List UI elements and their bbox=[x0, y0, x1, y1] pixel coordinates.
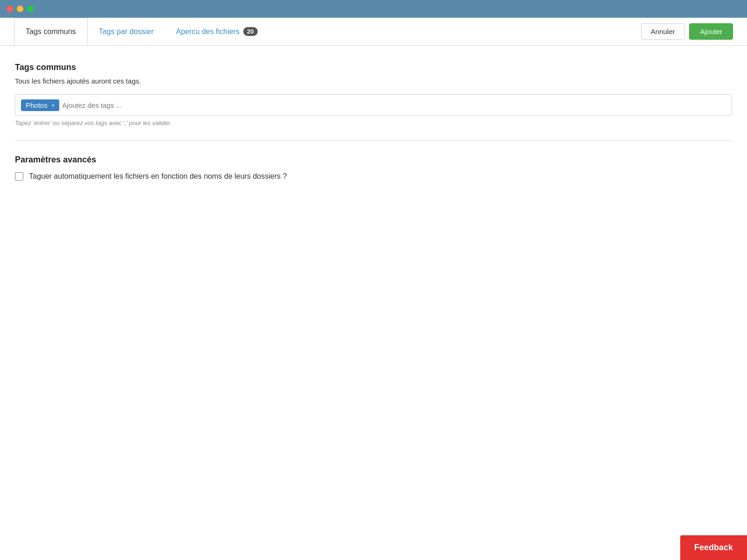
tab-bar: Tags communs Tags par dossier Apercu des… bbox=[0, 18, 747, 46]
checkbox-row: Taguer automatiquement les fichiers en f… bbox=[15, 172, 732, 181]
tag-chip-photos: Photos × bbox=[21, 99, 59, 111]
divider bbox=[15, 140, 732, 141]
tab-tags-par-dossier-label: Tags par dossier bbox=[99, 28, 154, 36]
minimize-button[interactable] bbox=[17, 6, 23, 12]
section-subtitle: Tous les fichiers ajoutés auront ces tag… bbox=[15, 77, 732, 85]
maximize-button[interactable] bbox=[27, 6, 34, 12]
tab-apercu-fichiers-label: Apercu des fichiers bbox=[176, 28, 240, 36]
tag-input-container[interactable]: Photos × bbox=[15, 94, 732, 116]
tab-bar-actions: Annuler Ajouter bbox=[641, 23, 733, 40]
tag-chip-label: Photos bbox=[26, 101, 48, 109]
tab-tags-communs[interactable]: Tags communs bbox=[14, 18, 88, 45]
close-button[interactable] bbox=[7, 6, 13, 12]
tab-apercu-fichiers[interactable]: Apercu des fichiers 20 bbox=[165, 18, 269, 45]
tag-hint: Tapez 'entrer' ou séparez vos tags avec … bbox=[15, 119, 732, 126]
apercu-badge: 20 bbox=[243, 27, 257, 36]
feedback-button[interactable]: Feedback bbox=[680, 535, 747, 560]
tag-input[interactable] bbox=[62, 101, 726, 109]
main-content: Tags communs Tous les fichiers ajoutés a… bbox=[0, 46, 747, 197]
add-button[interactable]: Ajouter bbox=[689, 23, 733, 40]
auto-tag-label: Taguer automatiquement les fichiers en f… bbox=[29, 172, 287, 181]
tag-chip-close-icon[interactable]: × bbox=[51, 102, 55, 109]
tabs: Tags communs Tags par dossier Apercu des… bbox=[14, 18, 269, 45]
section-title: Tags communs bbox=[15, 63, 732, 72]
advanced-title: Paramètres avancés bbox=[15, 155, 732, 165]
cancel-button[interactable]: Annuler bbox=[641, 23, 685, 40]
title-bar bbox=[0, 0, 747, 18]
tab-tags-par-dossier[interactable]: Tags par dossier bbox=[88, 18, 165, 45]
tab-tags-communs-label: Tags communs bbox=[26, 28, 76, 36]
auto-tag-checkbox[interactable] bbox=[15, 172, 23, 181]
